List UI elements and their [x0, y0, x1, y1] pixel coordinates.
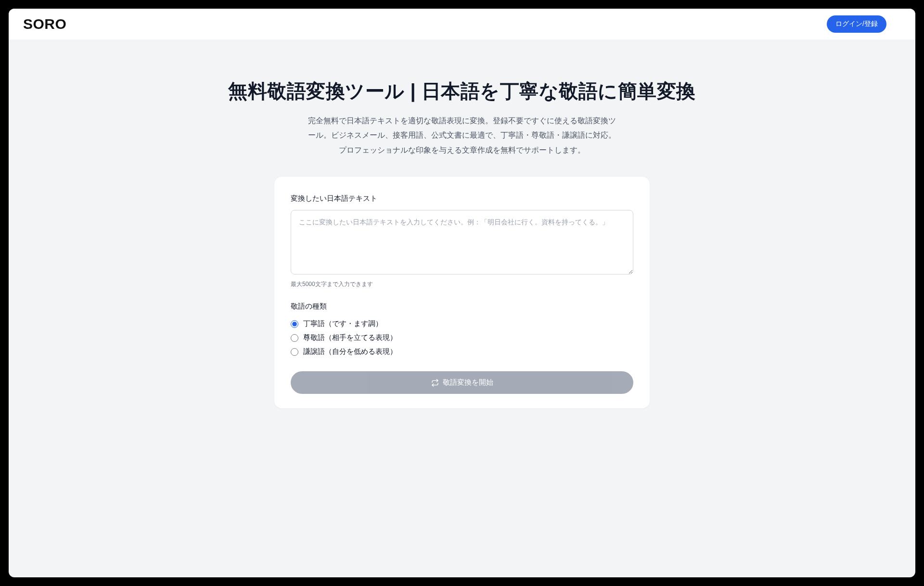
hero-section: 無料敬語変換ツール | 日本語を丁寧な敬語に簡単変換 完全無料で日本語テキストを…: [226, 78, 698, 157]
radio-input-sonkeigo[interactable]: [291, 334, 298, 342]
radio-input-kenjougo[interactable]: [291, 348, 298, 356]
convert-button-label: 敬語変換を開始: [443, 378, 493, 387]
input-hint: 最大5000文字まで入力できます: [291, 280, 633, 288]
keigo-type-label: 敬語の種類: [291, 302, 633, 311]
input-text-label: 変換したい日本語テキスト: [291, 194, 633, 203]
convert-button[interactable]: 敬語変換を開始: [291, 371, 633, 394]
radio-label: 丁寧語（です・ます調）: [303, 319, 383, 328]
keigo-type-group: 敬語の種類 丁寧語（です・ます調） 尊敬語（相手を立てる表現） 謙譲語（自分を低…: [291, 302, 633, 359]
radio-option-kenjougo[interactable]: 謙譲語（自分を低める表現）: [291, 345, 633, 359]
radio-label: 謙譲語（自分を低める表現）: [303, 347, 397, 356]
radio-option-teineigo[interactable]: 丁寧語（です・ます調）: [291, 317, 633, 331]
app-frame: SORO ログイン/登録 無料敬語変換ツール | 日本語を丁寧な敬語に簡単変換 …: [9, 9, 915, 577]
brand-logo: SORO: [23, 16, 66, 32]
main-content: 無料敬語変換ツール | 日本語を丁寧な敬語に簡単変換 完全無料で日本語テキストを…: [9, 39, 915, 428]
radio-label: 尊敬語（相手を立てる表現）: [303, 333, 397, 342]
login-register-button[interactable]: ログイン/登録: [827, 15, 886, 33]
source-text-input[interactable]: [291, 210, 633, 274]
radio-option-sonkeigo[interactable]: 尊敬語（相手を立てる表現）: [291, 331, 633, 345]
page-title: 無料敬語変換ツール | 日本語を丁寧な敬語に簡単変換: [226, 78, 698, 104]
header: SORO ログイン/登録: [9, 9, 915, 39]
page-description: 完全無料で日本語テキストを適切な敬語表現に変換。登録不要ですぐに使える敬語変換ツ…: [308, 114, 616, 157]
radio-input-teineigo[interactable]: [291, 320, 298, 328]
swap-icon: [431, 379, 439, 387]
conversion-form-card: 変換したい日本語テキスト 最大5000文字まで入力できます 敬語の種類 丁寧語（…: [274, 177, 650, 408]
